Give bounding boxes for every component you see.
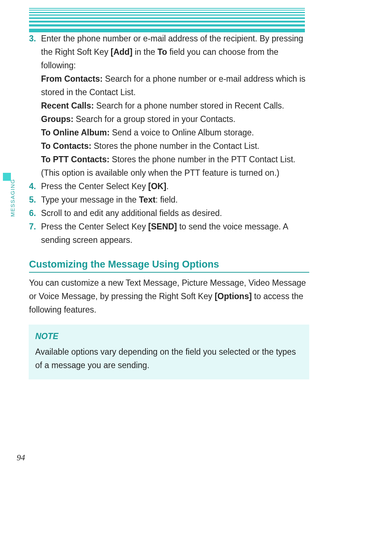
option-label: Recent Calls: bbox=[41, 101, 94, 110]
step-5: 5. Type your message in the Text: field. bbox=[29, 193, 309, 207]
option-label: From Contacts: bbox=[41, 74, 103, 84]
option-label: Groups: bbox=[41, 114, 73, 124]
field-label: Text bbox=[139, 195, 156, 204]
text: Press the Center Select Key bbox=[41, 182, 148, 191]
text: Search for a group stored in your Contac… bbox=[73, 114, 235, 124]
option-label: To Online Album: bbox=[41, 128, 110, 137]
text: Press the Center Select Key bbox=[41, 222, 148, 231]
text: Send a voice to Online Album storage. bbox=[110, 128, 254, 137]
key-label: [OK] bbox=[148, 182, 166, 191]
step-6: 6. Scroll to and edit any additional fie… bbox=[29, 207, 309, 220]
key-label: [Options] bbox=[215, 292, 252, 301]
text: Search for a phone number stored in Rece… bbox=[94, 101, 284, 110]
step-number: 4. bbox=[29, 180, 41, 193]
step-number: 3. bbox=[29, 32, 41, 180]
step-number: 7. bbox=[29, 220, 41, 247]
header-stripes bbox=[29, 8, 305, 29]
text: in the bbox=[132, 47, 158, 57]
section-title: Customizing the Message Using Options bbox=[29, 258, 309, 273]
option-label: To Contacts: bbox=[41, 141, 91, 151]
text: Stores the phone number in the Contact L… bbox=[91, 141, 260, 151]
text: Type your message in the bbox=[41, 195, 139, 204]
sidebar-tab: MESSAGING bbox=[3, 173, 16, 225]
note-title: NOTE bbox=[35, 330, 303, 343]
step-text: Enter the phone number or e-mail address… bbox=[41, 32, 309, 180]
step-number: 6. bbox=[29, 207, 41, 220]
step-3: 3. Enter the phone number or e-mail addr… bbox=[29, 32, 309, 180]
field-label: To bbox=[158, 47, 167, 57]
step-text: Press the Center Select Key [OK]. bbox=[41, 180, 309, 193]
step-text: Scroll to and edit any additional fields… bbox=[41, 207, 309, 220]
key-label: [Add] bbox=[111, 47, 132, 57]
text: : field. bbox=[155, 195, 177, 204]
step-text: Type your message in the Text: field. bbox=[41, 193, 309, 207]
text: . bbox=[166, 182, 168, 191]
sidebar-label: MESSAGING bbox=[9, 179, 16, 217]
step-7: 7. Press the Center Select Key [SEND] to… bbox=[29, 220, 309, 247]
note-body: Available options vary depending on the … bbox=[35, 345, 303, 372]
step-4: 4. Press the Center Select Key [OK]. bbox=[29, 180, 309, 193]
step-text: Press the Center Select Key [SEND] to se… bbox=[41, 220, 309, 247]
option-label: To PTT Contacts: bbox=[41, 155, 110, 164]
page-content: 3. Enter the phone number or e-mail addr… bbox=[29, 32, 309, 379]
page-number: 94 bbox=[17, 453, 25, 463]
section-body: You can customize a new Text Message, Pi… bbox=[29, 276, 309, 317]
key-label: [SEND] bbox=[148, 222, 177, 231]
note-box: NOTE Available options vary depending on… bbox=[29, 325, 309, 379]
step-number: 5. bbox=[29, 193, 41, 207]
